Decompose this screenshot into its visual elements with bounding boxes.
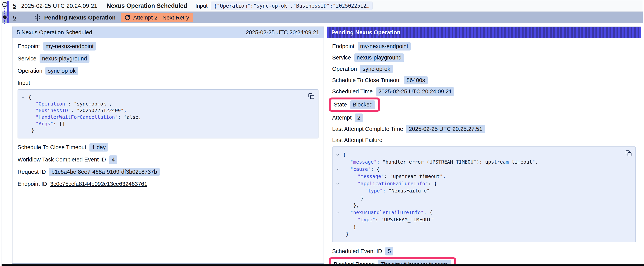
- field-service: Servicenexus-playground: [332, 54, 636, 62]
- json-line: "Args": []: [18, 121, 314, 127]
- timeline-dotted-connector: [4, 20, 5, 24]
- screen-bottom-divider: [2, 264, 644, 265]
- field-attempt: Attempt2: [332, 114, 636, 122]
- field-value-link[interactable]: 3c0c75ccfa8144b092c13ce632463761: [50, 181, 147, 187]
- field-scheduled-event-id: Scheduled Event ID5: [332, 247, 636, 255]
- temporal-event-history-screen: 5 2025-02-25 UTC 20:24:09.21 Nexus Opera…: [0, 0, 644, 266]
- timeline-selected-bar: [7, 1, 8, 23]
- retry-icon: [124, 15, 130, 21]
- field-value-badge: 1 day: [90, 143, 108, 152]
- json-line: "message": "handler error (UPSTREAM_TIME…: [332, 158, 631, 166]
- json-line: "message": "upstream timeout",: [332, 173, 631, 180]
- panel-header-pending-striped: Pending Nexus Operation: [327, 27, 641, 38]
- json-line: }: [18, 127, 314, 134]
- field-label: Workflow Task Completed Event ID: [18, 156, 106, 163]
- collapse-chevron-icon[interactable]: [336, 182, 340, 186]
- history-row-nexus-operation-scheduled[interactable]: 5 2025-02-25 UTC 20:24:09.21 Nexus Opera…: [2, 1, 643, 12]
- field-label: Schedule To Close Timeout: [18, 144, 86, 151]
- field-last-attempt-complete-time: Last Attempt Complete Time2025-02-25 UTC…: [332, 125, 636, 133]
- field-operation: Operationsync-op-ok: [332, 65, 636, 73]
- field-value-badge: 2: [355, 114, 363, 122]
- field-label: Schedule To Close Timeout: [332, 77, 401, 84]
- timeline-dotted-connector: [4, 8, 5, 14]
- field-value-badge: sync-op-ok: [360, 65, 393, 73]
- json-line: "type": "UPSTREAM_TIMEOUT": [332, 216, 631, 223]
- json-line: "type": "NexusFailure": [332, 187, 631, 194]
- panel-body: Endpointmy-nexus-endpointServicenexus-pl…: [327, 38, 641, 266]
- field-value-badge: 2025-02-25 UTC 20:25:27.51: [406, 125, 485, 133]
- json-line: {: [332, 151, 631, 158]
- field-scheduled-time: Scheduled Time2025-02-25 UTC 20:24:09.21: [332, 87, 636, 96]
- field-value-badge: my-nexus-endpoint: [358, 42, 411, 51]
- field-label: Last Attempt Complete Time: [332, 126, 403, 132]
- panel-timestamp: 2025-02-25 UTC 20:24:09.21: [246, 29, 319, 36]
- highlight-annotation: StateBlocked: [329, 98, 380, 112]
- field-value-badge: nexus-playground: [40, 54, 90, 63]
- field-label: Service: [332, 54, 351, 61]
- field-value-badge: 4: [109, 155, 117, 164]
- pending-operation-panel: Pending Nexus Operation Endpointmy-nexus…: [327, 27, 641, 266]
- input-json-viewer: {"Operation": "sync-op-ok","BusinessID":…: [18, 89, 318, 138]
- field-value-badge: Blocked: [350, 100, 375, 109]
- json-line: "nexusHandlerFailureInfo": {: [332, 209, 631, 216]
- field-label: Endpoint: [18, 43, 40, 50]
- field-label: Scheduled Time: [332, 88, 373, 95]
- event-id-link[interactable]: 5: [13, 14, 16, 21]
- field-label: Request ID: [18, 169, 46, 175]
- field-label: Operation: [332, 66, 357, 72]
- field-label: State: [334, 101, 347, 108]
- collapse-chevron-icon[interactable]: [21, 95, 25, 99]
- field-state: StateBlocked: [332, 98, 636, 112]
- input-preview-chip: {"Operation":"sync-op-ok","BusinessID":"…: [211, 2, 372, 10]
- field-value-badge: sync-op-ok: [46, 67, 78, 75]
- field-endpoint-id: Endpoint ID3c0c75ccfa8144b092c13ce632463…: [18, 180, 318, 188]
- field-endpoint: Endpointmy-nexus-endpoint: [332, 42, 636, 51]
- field-request-id: Request IDb1c6a4bc-8ee7-468a-9169-df3b02…: [18, 168, 318, 176]
- json-line: "HandlerWaitForCancellation": false,: [18, 114, 314, 121]
- event-timestamp: 2025-02-25 UTC 20:24:09.21: [21, 3, 97, 9]
- json-line: "applicationFailureInfo": {: [332, 180, 631, 187]
- field-value-badge: 2025-02-25 UTC 20:24:09.21: [376, 87, 454, 96]
- field-value-badge: my-nexus-endpoint: [43, 42, 96, 51]
- event-id-link[interactable]: 5: [13, 3, 16, 9]
- panel-header-scheduled: 5 Nexus Operation Scheduled 2025-02-25 U…: [12, 27, 324, 38]
- panel-body: Endpointmy-nexus-endpointServicenexus-pl…: [12, 38, 324, 188]
- field-value-badge: 86400s: [404, 76, 428, 84]
- json-line: "BusinessID": "20250225122409",: [18, 107, 314, 114]
- field-value-badge: 5: [385, 247, 393, 255]
- history-row-pending-nexus-operation[interactable]: 5 Pending Nexus Operation Attempt 2 · Ne…: [2, 12, 643, 24]
- timeline-event-dot-selected[interactable]: [2, 15, 8, 20]
- timeline-event-dot-open[interactable]: [2, 2, 8, 7]
- failure-json-viewer: {"message": "handler error (UPSTREAM_TIM…: [332, 146, 636, 242]
- input-group-label: Input: [18, 79, 318, 87]
- input-label: Input: [195, 3, 208, 9]
- field-label: Operation: [18, 68, 42, 74]
- panel-title: 5 Nexus Operation Scheduled: [17, 29, 92, 36]
- field-schedule-to-close-timeout: Schedule To Close Timeout86400s: [332, 76, 636, 84]
- collapse-chevron-icon[interactable]: [336, 211, 340, 214]
- json-line: }: [332, 194, 631, 202]
- field-service: Servicenexus-playground: [18, 54, 318, 63]
- field-label: Endpoint ID: [18, 181, 47, 187]
- field-value-badge: b1c6a4bc-8ee7-468a-9169-df3b02c8737b: [49, 168, 160, 176]
- field-workflow-task-completed-event-id: Workflow Task Completed Event ID4: [18, 155, 318, 164]
- json-line: "cause": {: [332, 166, 631, 173]
- failure-group-label: Last Attempt Failure: [332, 136, 636, 144]
- panel-title: Pending Nexus Operation: [331, 29, 400, 36]
- collapse-chevron-icon[interactable]: [336, 167, 340, 171]
- field-endpoint: Endpointmy-nexus-endpoint: [18, 42, 318, 51]
- json-line: }: [332, 230, 631, 238]
- json-line: {: [18, 94, 314, 101]
- attempt-retry-badge: Attempt 2 · Next Retry: [121, 13, 193, 22]
- field-operation: Operationsync-op-ok: [18, 67, 318, 75]
- json-line: "Operation": "sync-op-ok",: [18, 101, 314, 107]
- json-line: }: [332, 223, 631, 230]
- field-label: Attempt: [332, 114, 352, 121]
- pending-event-title: Pending Nexus Operation: [44, 14, 116, 21]
- json-line: },: [332, 202, 631, 209]
- field-value-badge: nexus-playground: [354, 54, 404, 62]
- window-right-edge: [643, 0, 643, 266]
- field-schedule-to-close-timeout: Schedule To Close Timeout1 day: [18, 143, 318, 152]
- collapse-chevron-icon[interactable]: [336, 153, 340, 157]
- field-label: Service: [18, 55, 36, 62]
